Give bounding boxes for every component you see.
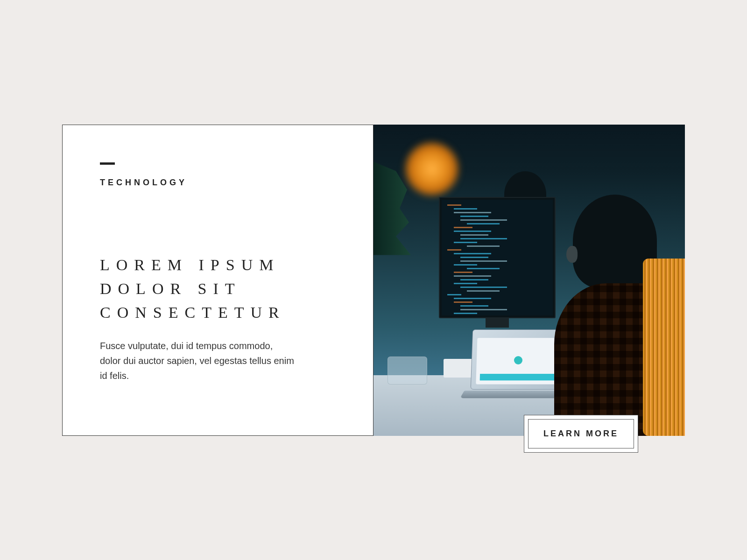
cta-button-frame: LEARN MORE xyxy=(524,415,638,453)
category-label: TECHNOLOGY xyxy=(100,178,336,188)
accent-line xyxy=(100,162,115,165)
body-text: Fusce vulputate, dui id tempus commodo, … xyxy=(100,338,296,383)
office-photo xyxy=(374,125,685,436)
learn-more-button[interactable]: LEARN MORE xyxy=(528,419,634,448)
text-panel: TECHNOLOGY LOREM IPSUM DOLOR SIT CONSECT… xyxy=(62,125,374,436)
feature-card: TECHNOLOGY LOREM IPSUM DOLOR SIT CONSECT… xyxy=(62,125,685,436)
image-panel xyxy=(374,125,685,436)
headline: LOREM IPSUM DOLOR SIT CONSECTETUR xyxy=(100,253,336,324)
